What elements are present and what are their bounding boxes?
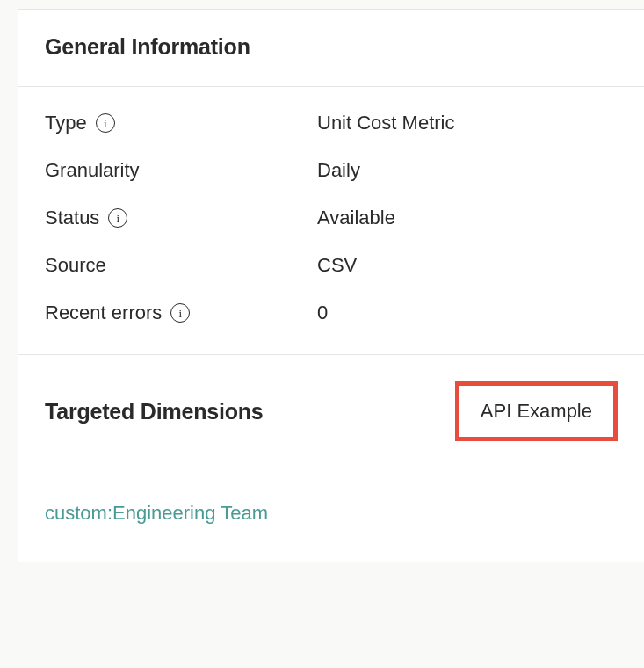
api-example-button[interactable]: API Example [455, 381, 618, 441]
targeted-dimensions-title: Targeted Dimensions [45, 399, 264, 425]
row-source: Source CSV [45, 254, 618, 277]
granularity-value: Daily [317, 159, 360, 182]
info-icon[interactable]: i [96, 113, 115, 133]
row-granularity: Granularity Daily [45, 159, 618, 182]
status-value: Available [317, 207, 395, 229]
general-info-title: General Information [45, 34, 618, 60]
label-col: Status i [45, 207, 317, 229]
recent-errors-value: 0 [317, 301, 328, 324]
dimension-link[interactable]: custom:Engineering Team [45, 502, 268, 524]
type-label: Type [45, 112, 87, 134]
type-value: Unit Cost Metric [317, 112, 454, 134]
source-value: CSV [317, 254, 357, 277]
label-col: Granularity [45, 159, 317, 182]
recent-errors-label: Recent errors [45, 301, 162, 324]
info-rows: Type i Unit Cost Metric Granularity Dail… [18, 87, 644, 355]
dimensions-body: custom:Engineering Team [18, 468, 644, 562]
general-info-header: General Information [18, 10, 644, 87]
label-col: Type i [45, 112, 317, 134]
info-icon[interactable]: i [108, 208, 127, 228]
row-status: Status i Available [45, 207, 618, 229]
targeted-dimensions-header: Targeted Dimensions API Example [18, 355, 644, 468]
row-recent-errors: Recent errors i 0 [45, 301, 618, 324]
row-type: Type i Unit Cost Metric [45, 112, 618, 134]
label-col: Recent errors i [45, 301, 317, 324]
info-card: General Information Type i Unit Cost Met… [18, 9, 644, 562]
status-label: Status [45, 207, 99, 229]
source-label: Source [45, 254, 106, 277]
info-icon[interactable]: i [170, 303, 190, 323]
label-col: Source [45, 254, 317, 277]
granularity-label: Granularity [45, 159, 140, 182]
